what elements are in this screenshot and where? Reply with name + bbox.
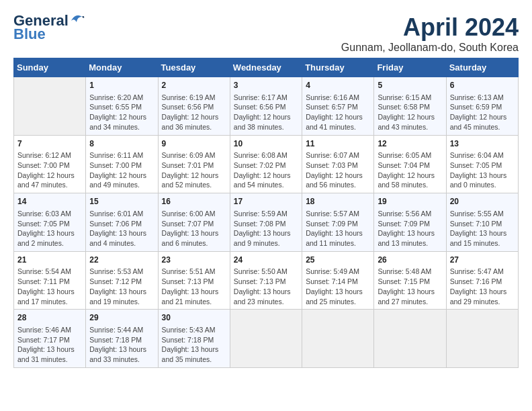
day-number: 6 — [450, 80, 515, 91]
calendar-cell: 29Sunrise: 5:44 AMSunset: 7:18 PMDayligh… — [86, 310, 158, 368]
calendar-header: SundayMondayTuesdayWednesdayThursdayFrid… — [14, 58, 519, 77]
weekday-header-row: SundayMondayTuesdayWednesdayThursdayFrid… — [14, 58, 519, 77]
day-number: 2 — [162, 80, 226, 91]
day-sun-info: Sunrise: 6:09 AMSunset: 7:01 PMDaylight:… — [162, 150, 226, 190]
day-sun-info: Sunrise: 6:13 AMSunset: 6:59 PMDaylight:… — [450, 93, 515, 132]
calendar-cell: 7Sunrise: 6:12 AMSunset: 7:00 PMDaylight… — [14, 135, 86, 193]
day-number: 14 — [17, 196, 82, 208]
day-number: 27 — [450, 255, 515, 266]
day-number: 17 — [234, 196, 298, 208]
calendar-cell: 20Sunrise: 5:55 AMSunset: 7:10 PMDayligh… — [446, 193, 518, 252]
day-number: 10 — [234, 138, 298, 150]
day-number: 19 — [378, 196, 442, 208]
day-number: 29 — [89, 312, 154, 324]
logo-bird-icon — [70, 13, 85, 25]
calendar-cell: 4Sunrise: 6:16 AMSunset: 6:57 PMDaylight… — [302, 77, 374, 136]
day-sun-info: Sunrise: 6:12 AMSunset: 7:00 PMDaylight:… — [17, 150, 82, 190]
calendar-cell: 2Sunrise: 6:19 AMSunset: 6:56 PMDaylight… — [158, 77, 230, 136]
title-block: April 2024 Gunnam, Jeollanam-do, South K… — [341, 13, 519, 54]
calendar-cell: 23Sunrise: 5:51 AMSunset: 7:13 PMDayligh… — [158, 251, 230, 310]
day-number: 16 — [162, 196, 226, 208]
calendar-cell: 3Sunrise: 6:17 AMSunset: 6:56 PMDaylight… — [230, 77, 302, 136]
day-number: 12 — [378, 138, 442, 150]
day-sun-info: Sunrise: 6:17 AMSunset: 6:56 PMDaylight:… — [234, 93, 298, 132]
day-sun-info: Sunrise: 5:54 AMSunset: 7:11 PMDaylight:… — [17, 267, 82, 306]
day-sun-info: Sunrise: 5:47 AMSunset: 7:16 PMDaylight:… — [450, 267, 515, 306]
weekday-header-saturday: Saturday — [446, 58, 518, 77]
day-sun-info: Sunrise: 6:19 AMSunset: 6:56 PMDaylight:… — [162, 93, 226, 132]
day-number: 22 — [89, 255, 154, 266]
calendar-cell: 1Sunrise: 6:20 AMSunset: 6:55 PMDaylight… — [86, 77, 158, 136]
calendar-cell: 16Sunrise: 6:00 AMSunset: 7:07 PMDayligh… — [158, 193, 230, 252]
day-sun-info: Sunrise: 5:53 AMSunset: 7:12 PMDaylight:… — [89, 267, 154, 306]
day-number: 18 — [306, 196, 370, 208]
day-number: 13 — [450, 138, 515, 150]
day-sun-info: Sunrise: 5:44 AMSunset: 7:18 PMDaylight:… — [89, 325, 154, 365]
day-number: 20 — [450, 196, 515, 208]
calendar-cell — [14, 77, 86, 136]
day-sun-info: Sunrise: 6:15 AMSunset: 6:58 PMDaylight:… — [378, 93, 442, 132]
weekday-header-sunday: Sunday — [14, 58, 86, 77]
day-sun-info: Sunrise: 5:51 AMSunset: 7:13 PMDaylight:… — [162, 267, 226, 306]
calendar-cell: 13Sunrise: 6:04 AMSunset: 7:05 PMDayligh… — [446, 135, 518, 193]
weekday-header-monday: Monday — [86, 58, 158, 77]
calendar-cell — [374, 310, 446, 368]
calendar-cell: 9Sunrise: 6:09 AMSunset: 7:01 PMDaylight… — [158, 135, 230, 193]
calendar-week-row: 14Sunrise: 6:03 AMSunset: 7:05 PMDayligh… — [14, 193, 519, 252]
day-sun-info: Sunrise: 5:55 AMSunset: 7:10 PMDaylight:… — [450, 209, 515, 248]
day-number: 5 — [378, 80, 442, 91]
day-sun-info: Sunrise: 5:46 AMSunset: 7:17 PMDaylight:… — [17, 325, 82, 365]
day-number: 23 — [162, 255, 226, 266]
day-number: 26 — [378, 255, 442, 266]
calendar-cell: 5Sunrise: 6:15 AMSunset: 6:58 PMDaylight… — [374, 77, 446, 136]
day-sun-info: Sunrise: 6:00 AMSunset: 7:07 PMDaylight:… — [162, 209, 226, 248]
calendar-cell: 15Sunrise: 6:01 AMSunset: 7:06 PMDayligh… — [86, 193, 158, 252]
calendar-week-row: 7Sunrise: 6:12 AMSunset: 7:00 PMDaylight… — [14, 135, 519, 193]
calendar-cell: 24Sunrise: 5:50 AMSunset: 7:13 PMDayligh… — [230, 251, 302, 310]
weekday-header-thursday: Thursday — [302, 58, 374, 77]
logo-blue-text: Blue — [13, 27, 46, 42]
calendar-cell: 27Sunrise: 5:47 AMSunset: 7:16 PMDayligh… — [446, 251, 518, 310]
day-number: 9 — [162, 138, 226, 150]
day-sun-info: Sunrise: 5:50 AMSunset: 7:13 PMDaylight:… — [234, 267, 298, 306]
day-sun-info: Sunrise: 5:56 AMSunset: 7:09 PMDaylight:… — [378, 209, 442, 248]
calendar-cell: 6Sunrise: 6:13 AMSunset: 6:59 PMDaylight… — [446, 77, 518, 136]
calendar-table: SundayMondayTuesdayWednesdayThursdayFrid… — [13, 58, 519, 368]
day-sun-info: Sunrise: 6:16 AMSunset: 6:57 PMDaylight:… — [306, 93, 370, 132]
page-header: General Blue April 2024 Gunnam, Jeollana… — [13, 13, 519, 54]
day-sun-info: Sunrise: 6:01 AMSunset: 7:06 PMDaylight:… — [89, 209, 154, 248]
day-sun-info: Sunrise: 5:59 AMSunset: 7:08 PMDaylight:… — [234, 209, 298, 248]
day-sun-info: Sunrise: 6:07 AMSunset: 7:03 PMDaylight:… — [306, 150, 370, 190]
calendar-cell: 14Sunrise: 6:03 AMSunset: 7:05 PMDayligh… — [14, 193, 86, 252]
calendar-cell: 18Sunrise: 5:57 AMSunset: 7:09 PMDayligh… — [302, 193, 374, 252]
day-number: 28 — [17, 312, 82, 324]
calendar-cell: 28Sunrise: 5:46 AMSunset: 7:17 PMDayligh… — [14, 310, 86, 368]
calendar-cell: 10Sunrise: 6:08 AMSunset: 7:02 PMDayligh… — [230, 135, 302, 193]
calendar-week-row: 21Sunrise: 5:54 AMSunset: 7:11 PMDayligh… — [14, 251, 519, 310]
day-number: 1 — [89, 80, 154, 91]
calendar-cell: 8Sunrise: 6:11 AMSunset: 7:00 PMDaylight… — [86, 135, 158, 193]
calendar-cell: 11Sunrise: 6:07 AMSunset: 7:03 PMDayligh… — [302, 135, 374, 193]
location-subtitle: Gunnam, Jeollanam-do, South Korea — [341, 42, 519, 54]
weekday-header-tuesday: Tuesday — [158, 58, 230, 77]
calendar-cell — [302, 310, 374, 368]
day-sun-info: Sunrise: 6:20 AMSunset: 6:55 PMDaylight:… — [89, 93, 154, 132]
calendar-week-row: 1Sunrise: 6:20 AMSunset: 6:55 PMDaylight… — [14, 77, 519, 136]
logo: General Blue — [13, 13, 85, 42]
calendar-body: 1Sunrise: 6:20 AMSunset: 6:55 PMDaylight… — [14, 77, 519, 368]
calendar-cell — [230, 310, 302, 368]
day-sun-info: Sunrise: 6:11 AMSunset: 7:00 PMDaylight:… — [89, 150, 154, 190]
day-number: 3 — [234, 80, 298, 91]
day-number: 21 — [17, 255, 82, 266]
day-number: 11 — [306, 138, 370, 150]
calendar-cell: 22Sunrise: 5:53 AMSunset: 7:12 PMDayligh… — [86, 251, 158, 310]
day-sun-info: Sunrise: 5:57 AMSunset: 7:09 PMDaylight:… — [306, 209, 370, 248]
day-number: 8 — [89, 138, 154, 150]
day-number: 4 — [306, 80, 370, 91]
calendar-week-row: 28Sunrise: 5:46 AMSunset: 7:17 PMDayligh… — [14, 310, 519, 368]
calendar-cell — [446, 310, 518, 368]
calendar-cell: 17Sunrise: 5:59 AMSunset: 7:08 PMDayligh… — [230, 193, 302, 252]
day-sun-info: Sunrise: 6:05 AMSunset: 7:04 PMDaylight:… — [378, 150, 442, 190]
month-title: April 2024 — [341, 13, 519, 42]
weekday-header-wednesday: Wednesday — [230, 58, 302, 77]
